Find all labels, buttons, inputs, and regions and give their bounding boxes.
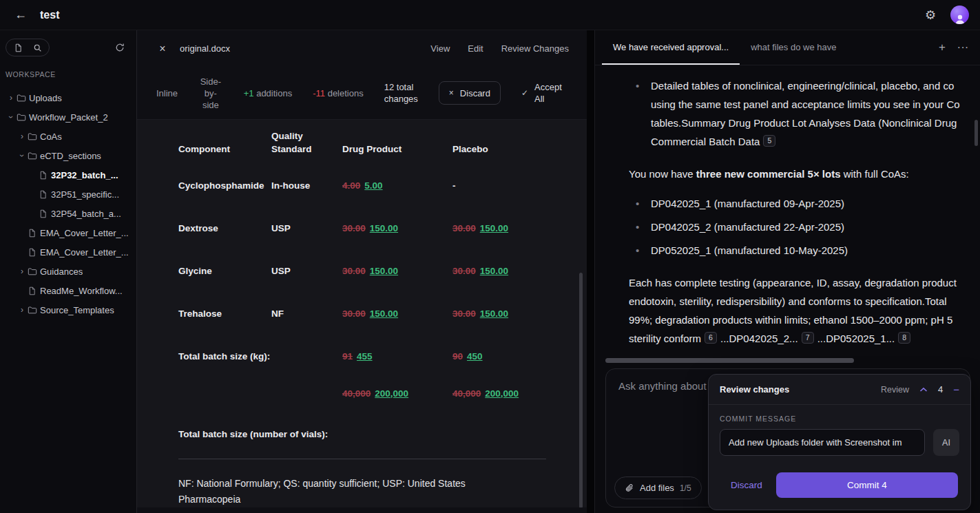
table-row: Cyclophosphamide In-house 4.005.00 -	[178, 164, 587, 207]
bullet-icon: •	[636, 76, 651, 151]
close-document-button[interactable]: ×	[155, 41, 170, 56]
new-chat-button[interactable]: +	[932, 30, 952, 65]
sidebar-item-uploads[interactable]: › Uploads	[0, 88, 136, 107]
document-content: Component Quality Standard Drug Product …	[137, 120, 587, 513]
sidebar-item-readme-workflow[interactable]: › ReadMe_Workflow...	[0, 281, 136, 300]
sidebar-item-coas[interactable]: › CoAs	[0, 127, 136, 146]
col-header-drug-product: Drug Product	[342, 143, 452, 156]
cell-component: Total batch size (number of vials):	[178, 428, 271, 446]
review-link[interactable]: Review	[881, 385, 909, 395]
cell-component: Total batch size (kg):	[178, 350, 271, 363]
chat-messages: • Detailed tables of nonclinical, engine…	[595, 65, 980, 367]
file-icon	[28, 248, 40, 257]
app-window: ← test ⚙	[0, 0, 980, 513]
sidebar-item-guidances[interactable]: › Guidances	[0, 262, 136, 281]
cell-placebo[interactable]: 30.00150.00	[452, 266, 549, 276]
cell-placebo[interactable]: 40,000200,000	[452, 377, 549, 399]
document-horizontal-scrollbar[interactable]	[137, 507, 587, 513]
add-files-count: 1/5	[680, 483, 691, 493]
gear-icon: ⚙	[925, 8, 936, 23]
deletions-stat: -11 deletions	[313, 88, 364, 98]
app-title: test	[40, 9, 59, 21]
sidebar-item-workflow-packet-2[interactable]: › Workflow_Packet_2	[0, 107, 136, 127]
sidebar-item-label: Workflow_Packet_2	[29, 112, 108, 123]
sidebar-item-label: EMA_Cover_Letter_...	[40, 228, 129, 238]
chevron-up-icon[interactable]	[919, 387, 928, 392]
citation-badge[interactable]: 6	[705, 332, 717, 344]
sidebar-item-label: Source_Templates	[40, 305, 114, 315]
cell-placebo[interactable]: 90450	[452, 351, 549, 362]
sidebar-item-32p32-batch[interactable]: › 32P32_batch_...	[0, 165, 136, 185]
additions-stat: +1 additions	[244, 88, 293, 98]
sidebar-item-ema-cover-letter-2[interactable]: › EMA_Cover_Letter_...	[0, 242, 136, 262]
cell-drug-product[interactable]: 30.00150.00	[342, 308, 452, 319]
table-footnote: NF: National Formulary; QS: quantity suf…	[178, 476, 495, 507]
bold-text: three new commercial 5× lots	[696, 168, 841, 180]
new-value: 150.00	[480, 266, 508, 276]
new-value: 150.00	[480, 308, 508, 319]
document-vertical-scrollbar[interactable]	[579, 273, 583, 508]
cell-drug-product[interactable]: 30.00150.00	[342, 223, 452, 233]
chat-tab-approval[interactable]: We have received approval...	[602, 30, 740, 65]
commit-message-input[interactable]: Add new Uploads folder with Screenshot i…	[720, 429, 925, 456]
edit-menu-item[interactable]: Edit	[468, 43, 483, 54]
cell-drug-product[interactable]: 91455	[342, 351, 452, 362]
ai-generate-button[interactable]: AI	[933, 429, 959, 456]
message-line: endotoxin, sterility, redispersibility) …	[629, 292, 974, 311]
new-value: 200,000	[375, 388, 408, 399]
search-button[interactable]	[28, 40, 46, 55]
files-view-button[interactable]	[9, 40, 27, 55]
new-value: 5.00	[364, 180, 382, 191]
additions-count: +1	[244, 88, 254, 98]
cell-drug-product[interactable]: 40,000200,000	[342, 377, 452, 399]
sidebar-item-ectd-sections[interactable]: › eCTD_sections	[0, 146, 136, 165]
sidebar-item-label: eCTD_sections	[40, 151, 101, 161]
sidebar-item-label: ReadMe_Workflow...	[40, 286, 123, 296]
sidebar-item-32p51-specific[interactable]: › 32P51_specific...	[0, 185, 136, 204]
paperclip-icon	[625, 483, 634, 493]
chevron-right-icon: ›	[6, 93, 17, 103]
chat-vertical-scrollbar[interactable]	[974, 120, 978, 146]
cell-placebo[interactable]: 30.00150.00	[452, 223, 549, 233]
sidebar-item-ema-cover-letter-1[interactable]: › EMA_Cover_Letter_...	[0, 223, 136, 242]
chat-tab-what-files[interactable]: what files do we have	[740, 30, 847, 65]
review-changes-menu-item[interactable]: Review Changes	[501, 43, 569, 54]
user-avatar[interactable]	[950, 6, 969, 24]
plus-icon: +	[939, 41, 946, 54]
citation-badge[interactable]: 7	[802, 332, 814, 344]
refresh-button[interactable]	[112, 39, 128, 56]
new-value: 455	[357, 351, 373, 362]
cell-drug-product[interactable]: 4.005.00	[342, 180, 452, 191]
message-line: using the same test panel and acceptance…	[651, 95, 974, 114]
plain-value: -	[452, 180, 456, 191]
citation-badge[interactable]: 5	[763, 135, 775, 147]
cell-standard: USP	[271, 264, 342, 278]
commit-button[interactable]: Commit 4	[776, 472, 958, 498]
changes-count: 4	[938, 384, 943, 395]
view-menu-item[interactable]: View	[430, 43, 450, 54]
sidebar-item-source-templates[interactable]: › Source_Templates	[0, 300, 136, 320]
add-files-button[interactable]: Add files 1/5	[614, 477, 702, 499]
folder-icon	[28, 305, 40, 315]
back-button[interactable]: ←	[11, 6, 30, 25]
discard-changes-button[interactable]: × Discard	[439, 81, 501, 105]
inline-view-toggle[interactable]: Inline	[156, 88, 178, 98]
accept-all-button[interactable]: ✓ Accept All	[521, 81, 567, 105]
file-icon	[39, 209, 51, 218]
settings-button[interactable]: ⚙	[920, 5, 941, 25]
citation-badge[interactable]: 8	[898, 332, 910, 344]
old-value: 91	[342, 351, 353, 362]
cell-drug-product[interactable]: 30.00150.00	[342, 266, 452, 276]
chat-menu-button[interactable]: ···	[952, 30, 973, 65]
cell-placebo[interactable]: 30.00150.00	[452, 308, 549, 319]
discard-commit-button[interactable]: Discard	[731, 480, 762, 490]
new-value: 150.00	[480, 223, 508, 233]
deletions-count: -11	[313, 88, 325, 98]
sidebar-item-32p54-batch[interactable]: › 32P54_batch_a...	[0, 204, 136, 223]
list-item: •DP042025_1 (manufactured 09-Apr-2025)	[629, 194, 974, 213]
minimize-icon[interactable]: −	[953, 384, 959, 395]
sidebar: WORKSPACE › Uploads › Workflow_Packet_2 …	[0, 30, 137, 513]
side-by-side-view-toggle[interactable]: Side-by-side	[198, 76, 223, 111]
chevron-right-icon: ›	[17, 132, 28, 141]
chat-horizontal-scrollbar[interactable]	[605, 358, 854, 363]
